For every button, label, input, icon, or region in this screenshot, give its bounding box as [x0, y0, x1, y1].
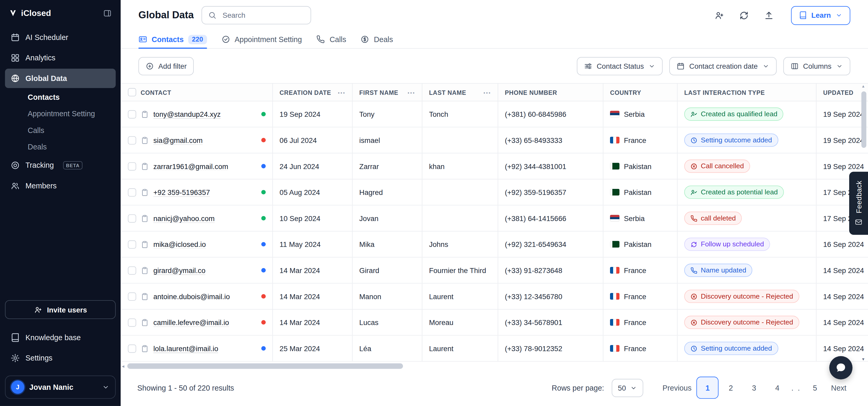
table-row[interactable]: girard@ymail.co 14 Mar 2024 Girard Fourn…	[121, 258, 868, 284]
copy-contact-icon[interactable]	[141, 318, 149, 326]
copy-contact-icon[interactable]	[141, 188, 149, 197]
page-button[interactable]: 2	[720, 377, 742, 399]
copy-contact-icon[interactable]	[141, 214, 149, 222]
sidebar-item-tracking[interactable]: Tracking BETA	[5, 156, 116, 175]
table-row[interactable]: +92 359-5196357 05 Aug 2024 Hagred (+92)…	[121, 179, 868, 206]
add-contact-button[interactable]	[714, 10, 724, 20]
last-page-button[interactable]: 5	[804, 377, 826, 399]
sidebar-item-contacts[interactable]: Contacts	[5, 89, 116, 105]
copy-contact-icon[interactable]	[141, 240, 149, 249]
copy-contact-icon[interactable]	[141, 344, 149, 353]
learn-button[interactable]: Learn	[791, 6, 850, 25]
sidebar-item-members[interactable]: Members	[5, 176, 116, 196]
search-box[interactable]	[202, 6, 311, 24]
copy-contact-icon[interactable]	[141, 292, 149, 300]
row-checkbox[interactable]	[128, 188, 136, 197]
chat-widget-button[interactable]	[829, 356, 852, 379]
sidebar-item-ai-scheduler[interactable]: AI Scheduler	[5, 28, 116, 47]
contact-email[interactable]: mika@iclosed.io	[153, 240, 206, 249]
sidebar-item-appointment-setting[interactable]: Appointment Setting	[5, 106, 116, 122]
select-all-checkbox[interactable]	[128, 88, 136, 96]
row-checkbox[interactable]	[128, 292, 136, 300]
header-updated[interactable]: UPDATED	[816, 84, 868, 101]
user-menu[interactable]: J Jovan Nanic	[5, 375, 116, 399]
rows-per-page-select[interactable]: 50	[612, 379, 643, 397]
table-row[interactable]: zarrar1961@gmail.com 24 Jun 2024 Zarrar …	[121, 153, 868, 179]
header-phone[interactable]: PHONE NUMBER	[498, 84, 603, 101]
next-page-button[interactable]: Next	[826, 377, 851, 399]
table-row[interactable]: mika@iclosed.io 11 May 2024 Mika Johns (…	[121, 231, 868, 258]
sidebar-item-knowledge-base[interactable]: Knowledge base	[5, 328, 116, 347]
copy-contact-icon[interactable]	[141, 162, 149, 170]
sidebar-collapse-button[interactable]	[103, 9, 112, 18]
sidebar-item-deals[interactable]: Deals	[5, 139, 116, 155]
contact-email[interactable]: antoine.dubois@imail.io	[153, 292, 230, 300]
refresh-button[interactable]	[739, 10, 749, 20]
page-button[interactable]: 1	[696, 377, 719, 399]
sidebar-item-settings[interactable]: Settings	[5, 348, 116, 368]
row-checkbox[interactable]	[128, 266, 136, 274]
contact-email[interactable]: sia@gmail.com	[153, 136, 203, 144]
row-checkbox[interactable]	[128, 214, 136, 222]
tab-calls[interactable]: Calls	[316, 31, 346, 48]
contact-cell: zarrar1961@gmail.com	[121, 153, 273, 179]
row-checkbox[interactable]	[128, 344, 136, 353]
copy-contact-icon[interactable]	[141, 266, 149, 274]
search-icon	[208, 11, 216, 19]
table-row[interactable]: nanicj@yahoo.com 10 Sep 2024 Jovan (+381…	[121, 205, 868, 231]
contact-email[interactable]: zarrar1961@gmail.com	[153, 162, 228, 170]
contact-email[interactable]: +92 359-5196357	[153, 188, 210, 197]
tab-deals[interactable]: Deals	[361, 31, 393, 48]
sidebar-item-calls[interactable]: Calls	[5, 122, 116, 138]
feedback-tab[interactable]: Feedback	[849, 172, 868, 235]
page-button[interactable]: 3	[743, 377, 765, 399]
previous-page-button[interactable]: Previous	[657, 377, 697, 399]
header-last-interaction-type[interactable]: LAST INTERACTION TYPE	[678, 84, 816, 101]
add-filter-button[interactable]: Add filter	[138, 57, 194, 75]
sidebar-item-analytics[interactable]: Analytics	[5, 48, 116, 67]
copy-contact-icon[interactable]	[141, 136, 149, 144]
table-row[interactable]: tony@standup24.xyz 19 Sep 2024 Tony Tonc…	[121, 102, 868, 127]
contact-email[interactable]: tony@standup24.xyz	[153, 110, 221, 118]
header-last-name[interactable]: LAST NAME	[422, 84, 498, 101]
creation-date-cell: 19 Sep 2024	[273, 102, 352, 127]
page-button[interactable]: 4	[766, 377, 788, 399]
first-name-cell: Lucas	[352, 310, 422, 335]
sidebar-item-global-data[interactable]: Global Data	[5, 69, 116, 88]
horizontal-scrollbar-thumb[interactable]	[127, 364, 403, 369]
row-checkbox[interactable]	[128, 136, 136, 144]
contact-status-dropdown[interactable]: Contact Status	[577, 57, 663, 75]
row-checkbox[interactable]	[128, 240, 136, 249]
columns-dropdown[interactable]: Columns	[783, 57, 850, 75]
search-input[interactable]	[221, 10, 305, 20]
horizontal-scrollbar[interactable]	[121, 363, 856, 370]
header-creation-date[interactable]: CREATION DATE	[273, 84, 352, 101]
status-dot	[261, 112, 266, 116]
header-first-name[interactable]: FIRST NAME	[352, 84, 422, 101]
export-button[interactable]	[764, 10, 774, 20]
column-menu-icon[interactable]	[483, 88, 491, 97]
table-row[interactable]: antoine.dubois@imail.io 14 Mar 2024 Mano…	[121, 284, 868, 310]
column-menu-icon[interactable]	[337, 88, 345, 97]
table-row[interactable]: camille.lefevre@imail.io 14 Mar 2024 Luc…	[121, 310, 868, 336]
vertical-scrollbar-thumb[interactable]	[862, 91, 866, 148]
sync-icon	[739, 10, 749, 20]
column-menu-icon[interactable]	[407, 88, 415, 97]
contact-email[interactable]: girard@ymail.co	[153, 266, 206, 274]
row-checkbox[interactable]	[128, 318, 136, 326]
contact-email[interactable]: nanicj@yahoo.com	[153, 214, 215, 222]
tab-appointment-setting[interactable]: Appointment Setting	[221, 31, 302, 48]
creation-date-dropdown[interactable]: Contact creation date	[669, 57, 776, 75]
copy-contact-icon[interactable]	[141, 110, 149, 118]
header-country[interactable]: COUNTRY	[603, 84, 678, 101]
contact-email[interactable]: camille.lefevre@imail.io	[153, 318, 229, 326]
row-checkbox[interactable]	[128, 110, 136, 118]
invite-users-button[interactable]: Invite users	[5, 300, 116, 319]
table-row[interactable]: lola.laurent@imail.io 25 Mar 2024 Léa La…	[121, 336, 868, 362]
contact-email[interactable]: lola.laurent@imail.io	[153, 344, 218, 353]
tab-contacts[interactable]: Contacts 220	[138, 31, 207, 48]
country-name: Serbia	[624, 110, 645, 118]
row-checkbox[interactable]	[128, 162, 136, 170]
table-row[interactable]: sia@gmail.com 06 Jul 2024 ismael (+33) 6…	[121, 127, 868, 154]
creation-date-cell: 25 Mar 2024	[273, 336, 352, 361]
